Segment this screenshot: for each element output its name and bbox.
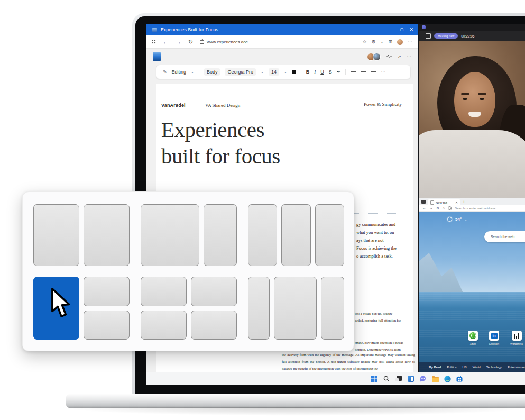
snap-layout-option-left-half-right-stack[interactable]	[33, 277, 130, 340]
snap-cell[interactable]	[248, 277, 270, 340]
snap-cell[interactable]	[141, 311, 187, 340]
collections-icon[interactable]: ⊞	[388, 39, 392, 44]
task-view-icon[interactable]	[395, 375, 402, 382]
snap-cell[interactable]	[33, 204, 79, 266]
back-icon[interactable]: ←	[422, 206, 426, 210]
web-search-box[interactable]: Search the web	[484, 231, 525, 242]
snap-cell[interactable]	[141, 204, 199, 266]
document-window-titlebar[interactable]: Experiences Built for Focus – ▢ ✕	[146, 24, 418, 35]
chevron-down-icon[interactable]: ⌄	[261, 70, 264, 74]
apps-grid-icon[interactable]	[152, 40, 156, 44]
browser-tab[interactable]: New tab ✕	[428, 199, 460, 205]
snap-cell[interactable]	[84, 311, 130, 340]
feed-link[interactable]: Technology	[486, 366, 502, 369]
search-placeholder: Search the web	[491, 235, 514, 239]
more-icon[interactable]: ⋯	[408, 39, 412, 44]
snap-cell[interactable]	[84, 204, 130, 266]
style-selector[interactable]: Body	[204, 68, 220, 76]
apps-grid-icon[interactable]	[440, 217, 444, 221]
chevron-down-icon[interactable]: ⌄	[381, 40, 384, 44]
bold-icon[interactable]: B	[306, 69, 310, 75]
home-icon[interactable]: ⌂	[443, 206, 445, 210]
feed-link[interactable]: My Feed	[429, 366, 441, 369]
snap-layout-option-two-columns-equal[interactable]	[33, 204, 130, 266]
snap-cell[interactable]	[315, 204, 344, 266]
snap-layout-option-three-columns-wide-center[interactable]	[248, 277, 344, 340]
edit-pencil-icon[interactable]: ✎	[163, 69, 167, 75]
call-titlebar[interactable]	[419, 24, 525, 31]
chevron-down-icon[interactable]: ⌄	[284, 70, 287, 74]
font-color-icon[interactable]	[292, 70, 296, 74]
snap-cell[interactable]	[84, 277, 130, 306]
favorites-icon[interactable]: ☆	[362, 39, 366, 44]
screenshot-stage: Experiences Built for Focus – ▢ ✕ ← → ↻ …	[0, 0, 525, 420]
underline-icon[interactable]: U	[320, 69, 324, 75]
feed-link[interactable]: World	[473, 366, 481, 369]
shortcut-wordpress[interactable]: Wordpress	[510, 331, 523, 345]
snap-cell[interactable]	[191, 311, 237, 340]
toolbar-more-icon[interactable]: ⋯	[381, 69, 385, 75]
word-app-icon[interactable]	[153, 52, 161, 61]
text-line: Focus is achieving the	[356, 244, 397, 252]
tab-preview-icon[interactable]	[421, 200, 426, 204]
snap-cell[interactable]	[204, 204, 237, 266]
chevron-down-icon[interactable]: ⌄	[465, 218, 467, 221]
search-icon[interactable]	[383, 375, 390, 382]
start-button[interactable]	[371, 375, 378, 382]
share-icon[interactable]: ↗	[397, 54, 401, 59]
feed-link[interactable]: Politics	[447, 366, 456, 369]
forward-icon[interactable]: →	[176, 39, 181, 45]
store-icon[interactable]	[456, 375, 463, 382]
forward-icon[interactable]: →	[429, 206, 433, 210]
address-bar[interactable]: Search or enter web address	[455, 207, 495, 210]
text-line: rmine, how much attention it needs	[355, 339, 403, 346]
feed-link[interactable]: Entertainment	[508, 366, 525, 369]
font-selector[interactable]: Georgia Pro	[225, 68, 256, 76]
shortcut-xbox[interactable]: Xbox	[468, 331, 478, 345]
file-explorer-icon[interactable]	[431, 375, 439, 382]
tab-close-icon[interactable]: ✕	[455, 200, 458, 204]
minimize-button[interactable]: –	[392, 27, 394, 32]
snap-layout-option-three-columns[interactable]	[248, 204, 344, 266]
chat-icon[interactable]	[419, 375, 427, 382]
activity-icon[interactable]	[386, 54, 392, 59]
align-icon[interactable]	[371, 70, 376, 74]
back-icon[interactable]: ←	[163, 39, 169, 45]
extensions-icon[interactable]: ⚙	[372, 39, 376, 44]
edge-icon[interactable]	[444, 375, 451, 382]
search-icon	[448, 206, 452, 210]
pen-icon[interactable]: ✒	[337, 69, 341, 75]
refresh-icon[interactable]: ↻	[436, 206, 439, 211]
temperature[interactable]: 54°	[455, 217, 462, 222]
snap-cell[interactable]	[248, 204, 277, 266]
profile-avatar[interactable]	[397, 39, 403, 45]
address-bar[interactable]: www.experiences.doc	[207, 40, 247, 44]
maximize-button[interactable]: ▢	[400, 28, 404, 32]
shortcut-linkedin[interactable]: in LinkedIn	[489, 331, 499, 345]
tab-bar: New tab ✕ +	[419, 198, 525, 205]
snap-cell[interactable]	[141, 277, 187, 306]
close-button[interactable]: ✕	[409, 27, 413, 32]
snap-cell[interactable]	[321, 277, 344, 340]
widgets-icon[interactable]	[407, 375, 415, 382]
strikethrough-icon[interactable]: S	[329, 69, 332, 75]
snap-layout-option-quad[interactable]	[141, 277, 237, 340]
snap-cell[interactable]	[191, 277, 237, 306]
refresh-icon[interactable]: ↻	[188, 39, 193, 45]
italic-icon[interactable]: I	[314, 69, 316, 75]
snap-cell[interactable]	[281, 204, 310, 266]
feed-link[interactable]: US	[463, 366, 467, 369]
snap-layout-option-two-columns-wide-left[interactable]	[141, 204, 237, 266]
font-size-selector[interactable]: 14	[269, 68, 279, 76]
new-tab-page: 54° ⌄ Search the web Xbox in LinkedIn	[419, 212, 525, 372]
document-paragraph: tes: a visual pop up, orangeeeded, captu…	[355, 310, 401, 324]
chevron-down-icon[interactable]: ⌄	[191, 70, 194, 74]
new-tab-icon[interactable]: +	[463, 199, 465, 204]
more-icon[interactable]: ⋯	[407, 54, 411, 59]
bullet-list-icon[interactable]	[351, 70, 356, 74]
editing-mode-dropdown[interactable]: Editing	[172, 69, 187, 75]
gallery-view-icon[interactable]	[426, 33, 431, 39]
snap-cell[interactable]	[274, 277, 317, 340]
call-toolbar: Meeting now 00:22:06	[419, 31, 525, 41]
numbered-list-icon[interactable]	[361, 70, 366, 74]
